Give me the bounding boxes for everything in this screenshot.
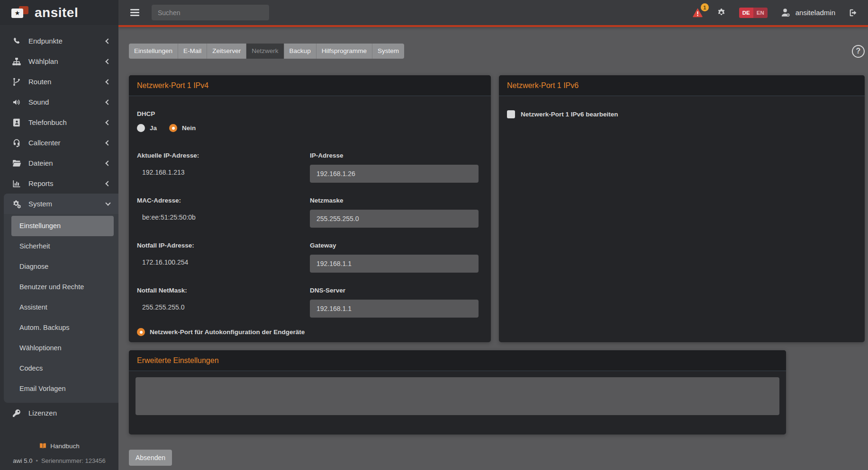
sidebar-item-waehlplan[interactable]: Wählplan bbox=[0, 51, 118, 71]
sidebar-subitem-waehloptionen[interactable]: Wähloptionen bbox=[11, 338, 114, 358]
notifications-button[interactable]: 1 bbox=[692, 7, 704, 18]
tab-row: EinstellungenE-MailZeitserverNetzwerkBac… bbox=[129, 44, 865, 59]
sidebar-item-label: Telefonbuch bbox=[28, 118, 67, 126]
chevron-left-icon bbox=[105, 79, 110, 84]
sidebar-subitem-autom-backups[interactable]: Autom. Backups bbox=[11, 318, 114, 338]
sidebar-item-routen[interactable]: Routen bbox=[0, 71, 118, 92]
version-info: awi 5.0•Seriennummer: 123456 bbox=[0, 457, 118, 464]
help-button[interactable]: ? bbox=[852, 45, 865, 58]
sidebar-item-telefonbuch[interactable]: Telefonbuch bbox=[0, 112, 118, 133]
dhcp-option-nein[interactable]: Nein bbox=[169, 124, 196, 132]
static-value-notfall-ip-adresse: 172.16.100.254 bbox=[137, 258, 310, 266]
sidebar-subitem-sicherheit[interactable]: Sicherheit bbox=[11, 236, 114, 257]
tab-backup[interactable]: Backup bbox=[284, 44, 316, 59]
sidebar-item-callcenter[interactable]: Callcenter bbox=[0, 133, 118, 153]
gear-icon bbox=[716, 8, 726, 18]
brand-logo[interactable]: ★ ansitel bbox=[0, 0, 118, 25]
sidebar-item-system[interactable]: System bbox=[4, 194, 118, 214]
manual-link[interactable]: Handbuch bbox=[39, 442, 80, 450]
topbar: 1 DE EN ansiteladmin bbox=[118, 0, 868, 27]
version-number: awi 5.0 bbox=[13, 457, 32, 464]
sidebar-item-label: Routen bbox=[28, 78, 51, 86]
gateway-input[interactable] bbox=[310, 255, 479, 273]
tab-zeitserver[interactable]: Zeitserver bbox=[207, 44, 246, 59]
manual-label: Handbuch bbox=[50, 443, 80, 450]
sidebar-footer: Handbuch awi 5.0•Seriennummer: 123456 bbox=[0, 442, 118, 464]
sidebar-item-sound[interactable]: Sound bbox=[0, 92, 118, 112]
chevron-left-icon bbox=[105, 38, 110, 44]
sidebar-subitem-assistent[interactable]: Assistent bbox=[11, 297, 114, 318]
autoconfig-radio[interactable] bbox=[137, 328, 145, 336]
sign-out-icon bbox=[848, 8, 859, 18]
sidebar-item-label: Callcenter bbox=[28, 139, 61, 147]
search-input[interactable] bbox=[152, 5, 269, 20]
ipv6-edit-label: Netzwerk-Port 1 IPv6 bearbeiten bbox=[521, 111, 618, 118]
tab-einstellungen[interactable]: Einstellungen bbox=[129, 44, 178, 59]
tabs: EinstellungenE-MailZeitserverNetzwerkBac… bbox=[129, 44, 404, 59]
sidebar-item-reports[interactable]: Reports bbox=[0, 173, 118, 194]
content: EinstellungenE-MailZeitserverNetzwerkBac… bbox=[118, 27, 868, 470]
settings-button[interactable] bbox=[716, 8, 726, 18]
folder-open-icon bbox=[12, 159, 21, 168]
sidebar-item-endpunkte[interactable]: Endpunkte bbox=[0, 31, 118, 51]
speech-bubble-star: ★ bbox=[11, 9, 23, 18]
panel-ipv4: Netzwerk-Port 1 IPv4 DHCP JaNein Aktuell… bbox=[129, 75, 491, 342]
sidebar-item-label: Wählplan bbox=[28, 57, 58, 65]
dhcp-option-ja[interactable]: Ja bbox=[137, 124, 157, 132]
submit-button[interactable]: Absenden bbox=[129, 450, 172, 466]
chevron-left-icon bbox=[105, 181, 110, 186]
radio-nein[interactable] bbox=[169, 124, 177, 132]
sidebar-item-dateien[interactable]: Dateien bbox=[0, 153, 118, 173]
ipv6-edit-checkbox-row[interactable]: Netzwerk-Port 1 IPv6 bearbeiten bbox=[507, 110, 853, 118]
sidebar-subitem-codecs[interactable]: Codecs bbox=[11, 358, 114, 379]
panel-ipv6: Netzwerk-Port 1 IPv6 Netzwerk-Port 1 IPv… bbox=[499, 75, 865, 342]
sidebar-subitem-benutzer-und-rechte[interactable]: Benutzer und Rechte bbox=[11, 277, 114, 297]
sidebar-group-system: SystemEinstellungenSicherheitDiagnoseBen… bbox=[4, 194, 118, 403]
serial-number: Seriennummer: 123456 bbox=[41, 457, 106, 464]
field-label-netzmaske: Netzmaske bbox=[310, 197, 479, 204]
sidebar-subitem-einstellungen[interactable]: Einstellungen bbox=[11, 216, 114, 236]
sidebar-item-lizenzen[interactable]: Lizenzen bbox=[0, 403, 118, 423]
lang-en-button[interactable]: EN bbox=[753, 8, 768, 18]
dns-server-input[interactable] bbox=[310, 300, 479, 318]
tab-e-mail[interactable]: E-Mail bbox=[178, 44, 207, 59]
field-label-gateway: Gateway bbox=[310, 242, 479, 249]
sidebar-subitem-diagnose[interactable]: Diagnose bbox=[11, 257, 114, 277]
tab-hilfsprogramme[interactable]: Hilfsprogramme bbox=[316, 44, 372, 59]
bar-chart-icon bbox=[12, 179, 21, 188]
logout-button[interactable] bbox=[848, 8, 859, 18]
netzmaske-input[interactable] bbox=[310, 210, 479, 228]
sidebar-subitem-email-vorlagen[interactable]: Email Vorlagen bbox=[11, 379, 114, 399]
sidebar-item-label: Dateien bbox=[28, 159, 53, 167]
book-icon bbox=[39, 442, 47, 450]
headset-icon bbox=[12, 138, 21, 148]
autoconfig-label: Netzwerk-Port für Autokonfiguration der … bbox=[150, 328, 305, 336]
hamburger-icon[interactable] bbox=[129, 7, 140, 18]
dhcp-radio-group: JaNein bbox=[137, 124, 479, 132]
lang-de-button[interactable]: DE bbox=[739, 8, 753, 18]
gears-icon bbox=[12, 199, 21, 209]
user-icon bbox=[780, 7, 791, 18]
form-row: Aktuelle IP-Adresse: 192.168.1.213 IP-Ad… bbox=[137, 152, 479, 183]
ipv6-edit-checkbox[interactable] bbox=[507, 110, 515, 118]
sidebar-item-label: Sound bbox=[28, 98, 49, 106]
static-value-aktuelle-ip-adresse: 192.168.1.213 bbox=[137, 168, 310, 176]
field-label-mac-adresse: MAC-Adresse: bbox=[137, 197, 310, 204]
user-menu[interactable]: ansiteladmin bbox=[780, 7, 835, 18]
sidebar-item-label: System bbox=[28, 200, 52, 208]
panels-row: Netzwerk-Port 1 IPv4 DHCP JaNein Aktuell… bbox=[129, 75, 865, 342]
main-area: 1 DE EN ansiteladmin E bbox=[118, 0, 868, 470]
form-row: MAC-Adresse: be:ee:51:25:50:0b Netzmaske bbox=[137, 197, 479, 228]
chevron-left-icon bbox=[105, 160, 110, 166]
tab-system[interactable]: System bbox=[372, 44, 404, 59]
tab-netzwerk[interactable]: Netzwerk bbox=[246, 44, 284, 59]
sitemap-icon bbox=[12, 57, 21, 66]
radio-ja[interactable] bbox=[137, 124, 145, 132]
ipv4-form-rows: Aktuelle IP-Adresse: 192.168.1.213 IP-Ad… bbox=[137, 152, 479, 318]
advanced-settings-textarea[interactable] bbox=[136, 377, 779, 415]
speech-bubbles-icon: ★ bbox=[11, 5, 29, 20]
panel-advanced-title: Erweiterte Einstellungen bbox=[129, 350, 786, 371]
ip-adresse-input[interactable] bbox=[310, 165, 479, 183]
autoconfig-radio-item[interactable]: Netzwerk-Port für Autokonfiguration der … bbox=[137, 328, 479, 336]
circle-question-icon: ? bbox=[856, 47, 861, 55]
